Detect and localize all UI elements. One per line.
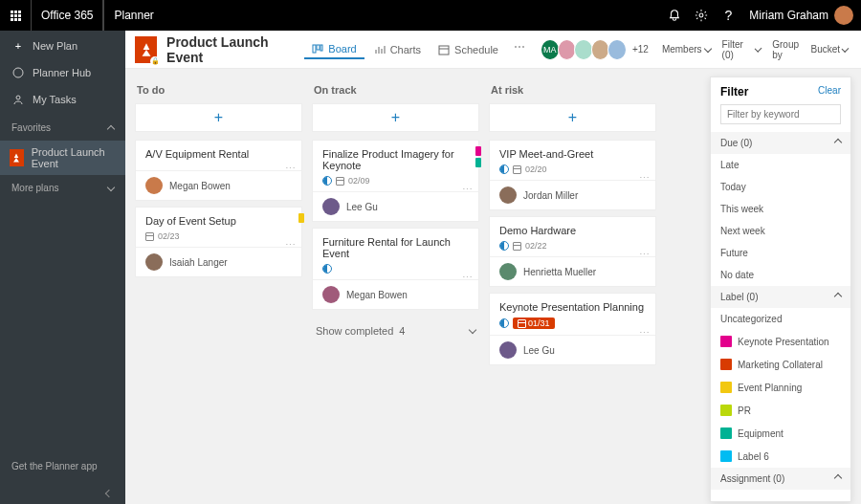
filter-due-item[interactable]: This week	[711, 198, 850, 220]
bucket-column: At risk+VIP Meet-and-Greet02/20⋯Jordan M…	[489, 80, 656, 493]
task-title: Furniture Rental for Launch Event	[322, 236, 469, 259]
task-more-button[interactable]: ⋯	[285, 163, 296, 175]
favorites-section[interactable]: Favorites	[0, 115, 125, 141]
person-icon	[11, 94, 25, 105]
task-card[interactable]: VIP Meet-and-Greet02/20⋯Jordan Miller	[489, 140, 656, 210]
filter-label-section[interactable]: Label (0)	[711, 286, 850, 308]
settings-icon[interactable]	[688, 0, 715, 31]
filter-label-item[interactable]: Uncategorized	[711, 308, 850, 330]
tab-board[interactable]: Board	[304, 40, 364, 59]
calendar-icon	[145, 232, 154, 241]
collapse-sidebar-button[interactable]	[0, 481, 125, 504]
filter-label-item[interactable]: Label 6	[711, 445, 850, 468]
member-avatar[interactable]	[607, 39, 627, 60]
task-meta: 02/20	[499, 164, 646, 174]
user-menu[interactable]: Miriam Graham	[741, 6, 861, 25]
sidebar-plan-active[interactable]: Product Launch Event	[0, 141, 125, 175]
chevron-down-icon	[107, 183, 115, 190]
task-more-button[interactable]: ⋯	[285, 239, 296, 252]
label-color-swatch	[720, 427, 732, 439]
label-tag	[475, 146, 481, 156]
filter-search-input[interactable]	[720, 104, 841, 124]
planner-hub-label: Planner Hub	[33, 67, 91, 78]
add-task-button[interactable]: +	[135, 103, 302, 132]
show-completed-toggle[interactable]: Show completed4	[312, 316, 479, 346]
plan-title: Product Launch Event	[166, 34, 283, 65]
filter-due-item[interactable]: Late	[711, 154, 850, 176]
filter-clear-link[interactable]: Clear	[818, 85, 841, 99]
task-assignee: Isaiah Langer	[136, 247, 301, 276]
svg-rect-4	[317, 45, 320, 50]
task-assignee: Lee Gu	[490, 335, 655, 364]
task-title: A/V Equipment Rental	[145, 148, 292, 160]
new-plan-button[interactable]: + New Plan	[0, 33, 125, 59]
plan-header: 🔒 Product Launch Event Board Charts Sche…	[125, 31, 861, 69]
task-card[interactable]: Furniture Rental for Launch Event⋯Megan …	[312, 228, 479, 310]
task-assignee: Megan Bowen	[313, 279, 478, 309]
filter-label-item[interactable]: Marketing Collateral	[711, 353, 850, 376]
task-title: Keynote Presentation Planning	[499, 301, 646, 313]
chevron-down-icon	[469, 326, 476, 334]
task-card[interactable]: Finalize Product Imagery for Keynote02/0…	[312, 140, 479, 222]
app-launcher-icon[interactable]	[0, 11, 31, 21]
bucket-header[interactable]: To do	[135, 80, 302, 103]
task-more-button[interactable]: ⋯	[462, 184, 473, 196]
suite-bar: Office 365 Planner ? Miriam Graham	[0, 0, 861, 31]
task-more-button[interactable]: ⋯	[462, 272, 473, 284]
app-name: Planner	[103, 0, 163, 31]
filter-due-item[interactable]: Next week	[711, 220, 850, 242]
filter-label-item[interactable]: PR	[711, 399, 850, 422]
bucket-header[interactable]: On track	[312, 80, 479, 103]
task-assignee: Henrietta Mueller	[490, 256, 655, 286]
task-date: 02/22	[525, 241, 547, 251]
filter-label-item[interactable]: Event Planning	[711, 376, 850, 399]
filter-due-section[interactable]: Due (0)	[711, 132, 850, 154]
filter-due-item[interactable]: Today	[711, 176, 850, 198]
help-icon[interactable]: ?	[715, 0, 741, 31]
tab-charts[interactable]: Charts	[366, 40, 429, 59]
task-title: Finalize Product Imagery for Keynote	[322, 148, 469, 171]
task-card[interactable]: Keynote Presentation Planning01/31⋯Lee G…	[489, 293, 656, 365]
notifications-icon[interactable]	[661, 0, 688, 31]
task-meta	[322, 264, 469, 274]
filter-due-item[interactable]: Future	[711, 242, 850, 264]
task-more-button[interactable]: ⋯	[639, 249, 650, 261]
task-card[interactable]: Demo Hardware02/22⋯Henrietta Mueller	[489, 216, 656, 287]
tab-schedule[interactable]: Schedule	[430, 40, 506, 59]
chart-icon	[374, 44, 386, 55]
chevron-up-icon	[834, 474, 842, 482]
groupby-dropdown[interactable]: Group by Bucket	[768, 39, 851, 60]
my-tasks-link[interactable]: My Tasks	[0, 86, 125, 113]
filter-assignment-item[interactable]	[711, 490, 850, 502]
members-dropdown[interactable]: Members	[658, 44, 715, 55]
assignee-name: Lee Gu	[346, 202, 378, 212]
get-app-link[interactable]: Get the Planner app	[0, 451, 125, 481]
filter-assignment-section[interactable]: Assignment (0)	[711, 468, 850, 490]
more-menu-button[interactable]: ⋯	[508, 40, 531, 59]
task-date: 02/23	[158, 231, 180, 241]
label-color-swatch	[720, 359, 732, 370]
task-card[interactable]: A/V Equipment Rental⋯Megan Bowen	[135, 140, 302, 201]
hub-icon	[11, 67, 25, 78]
filter-label-item[interactable]: Keynote Presentation	[711, 330, 850, 353]
task-meta: 02/09	[322, 176, 469, 186]
member-avatar[interactable]	[574, 39, 593, 60]
filter-due-item[interactable]: No date	[711, 264, 850, 286]
filter-label-item[interactable]: Equipment	[711, 422, 850, 445]
task-more-button[interactable]: ⋯	[639, 327, 650, 340]
lock-icon: 🔒	[150, 56, 160, 66]
task-more-button[interactable]: ⋯	[639, 172, 650, 185]
bucket-header[interactable]: At risk	[489, 80, 656, 103]
add-task-button[interactable]: +	[489, 103, 656, 132]
plan-icon	[10, 149, 24, 166]
add-task-button[interactable]: +	[312, 103, 479, 132]
user-avatar	[834, 6, 853, 25]
filter-dropdown[interactable]: Filter (0)	[718, 39, 765, 60]
task-date: 02/09	[348, 176, 370, 186]
calendar-icon	[438, 44, 450, 55]
planner-hub-link[interactable]: Planner Hub	[0, 59, 125, 86]
board-icon	[312, 43, 323, 55]
more-plans-section[interactable]: More plans	[0, 175, 125, 201]
task-card[interactable]: Day of Event Setup02/23⋯Isaiah Langer	[135, 207, 302, 277]
member-avatar[interactable]: MA	[541, 39, 560, 60]
